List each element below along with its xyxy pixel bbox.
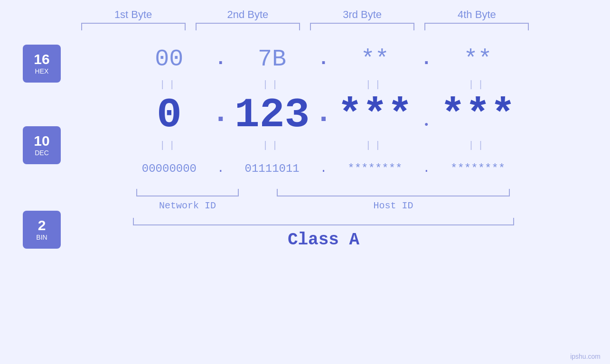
bracket-byte3 <box>310 23 414 30</box>
bin-sep1: . <box>211 161 230 176</box>
hex-b2: 7B <box>230 46 314 73</box>
dec-b4: *** <box>436 92 520 139</box>
eq1-b3: || <box>333 79 417 90</box>
watermark: ipshu.com <box>570 353 601 360</box>
bin-row: 00000000 . 01111011 . ******** <box>127 152 520 185</box>
main-container: 1st Byte 2nd Byte 3rd Byte 4th Byte 16 H… <box>0 0 610 364</box>
hex-b2-value: 7B <box>258 46 286 73</box>
dec-row: 0 . 123 . *** ● <box>127 91 520 139</box>
byte4-header: 4th Byte <box>424 9 529 21</box>
hex-sep2: . <box>314 48 333 70</box>
content-section: 16 HEX 10 DEC 2 BIN 00 . <box>0 35 610 364</box>
bottom-brackets-row: Network ID Host ID <box>127 189 520 211</box>
bin-b4-value: ******** <box>450 162 505 175</box>
data-section: 00 . 7B . ** . <box>61 35 610 364</box>
bin-b4: ******** <box>436 162 520 175</box>
bin-b1-value: 00000000 <box>142 162 197 175</box>
bracket-byte2 <box>196 23 300 30</box>
dec-sep3: ● <box>417 102 436 128</box>
dec-sep2: . <box>314 96 333 134</box>
data-grid: 00 . 7B . ** . <box>61 35 596 250</box>
dec-b2-value: 123 <box>235 92 310 139</box>
eq1-b2: || <box>230 79 314 90</box>
hex-b4: ** <box>436 46 520 73</box>
class-section: Class A <box>127 218 520 250</box>
class-label: Class A <box>288 230 359 250</box>
hex-row: 00 . 7B . ** . <box>127 40 520 78</box>
network-id-label: Network ID <box>159 200 216 211</box>
eq-row-1: || || || || <box>127 78 520 91</box>
hex-sep3: . <box>417 48 436 70</box>
hex-badge-label: HEX <box>35 67 49 75</box>
eq1-b1: || <box>127 79 211 90</box>
hex-badge-number: 16 <box>34 52 49 66</box>
bracket-byte1 <box>81 23 186 30</box>
byte-headers: 1st Byte 2nd Byte 3rd Byte 4th Byte <box>0 9 610 21</box>
byte1-header: 1st Byte <box>81 9 186 21</box>
top-brackets <box>0 23 610 30</box>
network-id-section: Network ID <box>127 189 248 211</box>
bin-badge-label: BIN <box>36 233 47 241</box>
dec-b3: *** <box>333 92 417 139</box>
bin-b3: ******** <box>333 162 417 175</box>
hex-b3: ** <box>333 46 417 73</box>
host-id-label: Host ID <box>373 200 413 211</box>
bin-sep3: . <box>417 161 436 176</box>
bin-sep2: . <box>314 161 333 176</box>
bracket-byte4 <box>424 23 529 30</box>
host-id-bracket <box>277 189 509 196</box>
eq2-b2: || <box>230 140 314 151</box>
dec-b1: 0 <box>127 92 211 139</box>
byte3-header: 3rd Byte <box>310 9 414 21</box>
class-bracket <box>133 218 514 225</box>
bin-badge: 2 BIN <box>23 211 61 249</box>
dec-b1-value: 0 <box>157 92 182 139</box>
hex-sep1: . <box>211 48 230 70</box>
eq2-b1: || <box>127 140 211 151</box>
hex-b4-value: ** <box>464 46 492 73</box>
dec-badge-label: DEC <box>35 149 49 157</box>
badges-column: 16 HEX 10 DEC 2 BIN <box>0 35 61 364</box>
network-id-bracket <box>136 189 239 196</box>
dec-sep1: . <box>211 96 230 134</box>
host-id-section: Host ID <box>267 189 520 211</box>
hex-badge: 16 HEX <box>23 45 61 83</box>
bin-badge-number: 2 <box>38 218 46 233</box>
bin-b3-value: ******** <box>347 162 402 175</box>
hex-b1: 00 <box>127 46 211 73</box>
bin-b2: 01111011 <box>230 162 314 175</box>
hex-b1-value: 00 <box>155 46 183 73</box>
eq2-b3: || <box>333 140 417 151</box>
dec-badge-number: 10 <box>34 134 49 148</box>
byte2-header: 2nd Byte <box>196 9 300 21</box>
hex-b3-value: ** <box>361 46 389 73</box>
eq1-b4: || <box>436 79 520 90</box>
dec-b2: 123 <box>230 92 314 139</box>
eq2-b4: || <box>436 140 520 151</box>
dec-badge: 10 DEC <box>23 126 61 164</box>
eq-row-2: || || || || <box>127 139 520 152</box>
bin-b1: 00000000 <box>127 162 211 175</box>
dec-b3-value: *** <box>338 92 413 139</box>
dec-b4-value: *** <box>440 92 515 139</box>
bin-b2-value: 01111011 <box>245 162 300 175</box>
